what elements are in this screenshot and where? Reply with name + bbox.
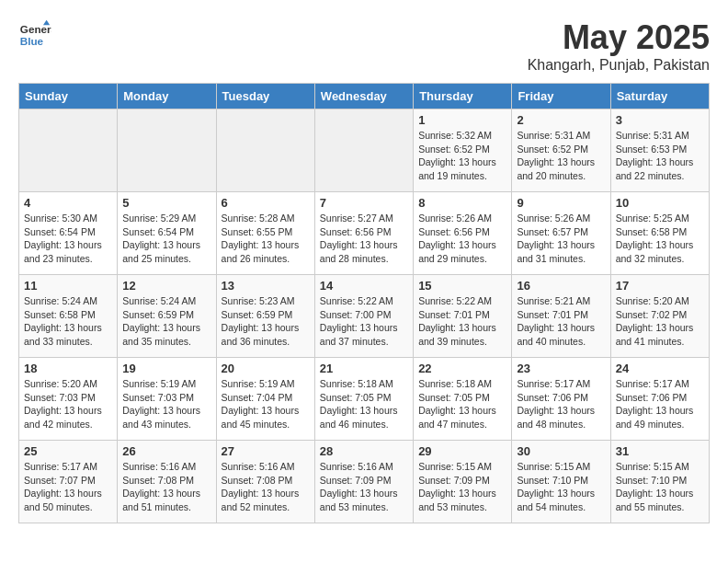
day-number: 12	[122, 279, 210, 293]
day-number: 21	[320, 362, 408, 375]
day-number: 4	[24, 196, 112, 210]
calendar-cell: 10Sunrise: 5:25 AMSunset: 6:58 PMDayligh…	[610, 192, 709, 275]
day-info: Sunrise: 5:25 AMSunset: 6:58 PMDaylight:…	[616, 212, 704, 266]
location: Khangarh, Punjab, Pakistan	[528, 57, 710, 74]
day-info: Sunrise: 5:17 AMSunset: 7:07 PMDaylight:…	[24, 460, 112, 514]
day-number: 31	[616, 444, 704, 458]
dow-header-thursday: Thursday	[414, 84, 512, 109]
day-info: Sunrise: 5:23 AMSunset: 6:59 PMDaylight:…	[222, 294, 310, 349]
calendar-cell: 23Sunrise: 5:17 AMSunset: 7:06 PMDayligh…	[512, 358, 610, 441]
calendar-cell	[216, 109, 314, 192]
calendar-cell	[314, 109, 413, 192]
day-number: 15	[418, 279, 506, 293]
day-info: Sunrise: 5:27 AMSunset: 6:56 PMDaylight:…	[320, 212, 408, 266]
day-info: Sunrise: 5:21 AMSunset: 7:01 PMDaylight:…	[517, 294, 605, 349]
calendar-week-2: 4Sunrise: 5:30 AMSunset: 6:54 PMDaylight…	[19, 192, 710, 275]
calendar-cell: 28Sunrise: 5:16 AMSunset: 7:09 PMDayligh…	[314, 441, 413, 523]
day-number: 26	[122, 444, 210, 458]
calendar-cell: 3Sunrise: 5:31 AMSunset: 6:53 PMDaylight…	[610, 109, 709, 192]
day-info: Sunrise: 5:29 AMSunset: 6:54 PMDaylight:…	[122, 212, 210, 266]
day-number: 20	[222, 362, 310, 375]
dow-header-wednesday: Wednesday	[314, 84, 413, 109]
day-number: 1	[418, 113, 506, 127]
calendar-cell: 9Sunrise: 5:26 AMSunset: 6:57 PMDaylight…	[512, 192, 610, 275]
day-info: Sunrise: 5:20 AMSunset: 7:03 PMDaylight:…	[24, 377, 112, 431]
day-info: Sunrise: 5:28 AMSunset: 6:55 PMDaylight:…	[222, 212, 310, 266]
calendar-cell: 18Sunrise: 5:20 AMSunset: 7:03 PMDayligh…	[19, 358, 118, 441]
day-number: 10	[616, 196, 704, 210]
day-number: 9	[517, 196, 605, 210]
calendar-cell	[118, 109, 216, 192]
day-number: 13	[222, 279, 310, 293]
calendar-cell: 19Sunrise: 5:19 AMSunset: 7:03 PMDayligh…	[118, 358, 216, 441]
day-number: 8	[418, 196, 506, 210]
day-number: 30	[517, 444, 605, 458]
calendar-cell: 15Sunrise: 5:22 AMSunset: 7:01 PMDayligh…	[414, 275, 512, 358]
calendar-week-4: 18Sunrise: 5:20 AMSunset: 7:03 PMDayligh…	[19, 358, 710, 441]
day-number: 2	[517, 113, 605, 127]
day-number: 7	[320, 196, 408, 210]
calendar-cell: 31Sunrise: 5:15 AMSunset: 7:10 PMDayligh…	[610, 441, 709, 523]
day-info: Sunrise: 5:17 AMSunset: 7:06 PMDaylight:…	[616, 377, 704, 431]
calendar-table: SundayMondayTuesdayWednesdayThursdayFrid…	[18, 83, 710, 523]
day-number: 28	[320, 444, 408, 458]
day-number: 14	[320, 279, 408, 293]
day-info: Sunrise: 5:31 AMSunset: 6:53 PMDaylight:…	[616, 129, 704, 183]
day-info: Sunrise: 5:15 AMSunset: 7:10 PMDaylight:…	[616, 460, 704, 514]
calendar-cell: 1Sunrise: 5:32 AMSunset: 6:52 PMDaylight…	[414, 109, 512, 192]
day-info: Sunrise: 5:22 AMSunset: 7:00 PMDaylight:…	[320, 294, 408, 349]
calendar-cell: 22Sunrise: 5:18 AMSunset: 7:05 PMDayligh…	[414, 358, 512, 441]
calendar-cell: 21Sunrise: 5:18 AMSunset: 7:05 PMDayligh…	[314, 358, 413, 441]
calendar-body: 1Sunrise: 5:32 AMSunset: 6:52 PMDaylight…	[19, 109, 710, 523]
day-info: Sunrise: 5:16 AMSunset: 7:08 PMDaylight:…	[122, 460, 210, 514]
calendar-week-5: 25Sunrise: 5:17 AMSunset: 7:07 PMDayligh…	[19, 441, 710, 523]
dow-header-sunday: Sunday	[19, 84, 118, 109]
day-number: 29	[418, 444, 506, 458]
day-number: 25	[24, 444, 112, 458]
calendar-cell: 4Sunrise: 5:30 AMSunset: 6:54 PMDaylight…	[19, 192, 118, 275]
dow-header-friday: Friday	[512, 84, 610, 109]
calendar-cell: 14Sunrise: 5:22 AMSunset: 7:00 PMDayligh…	[314, 275, 413, 358]
calendar-cell: 20Sunrise: 5:19 AMSunset: 7:04 PMDayligh…	[216, 358, 314, 441]
calendar-cell: 13Sunrise: 5:23 AMSunset: 6:59 PMDayligh…	[216, 275, 314, 358]
day-number: 11	[24, 279, 112, 293]
calendar-cell: 26Sunrise: 5:16 AMSunset: 7:08 PMDayligh…	[118, 441, 216, 523]
day-number: 27	[222, 444, 310, 458]
day-info: Sunrise: 5:18 AMSunset: 7:05 PMDaylight:…	[320, 377, 408, 431]
day-number: 22	[418, 362, 506, 375]
days-of-week-header: SundayMondayTuesdayWednesdayThursdayFrid…	[19, 84, 710, 109]
day-number: 3	[616, 113, 704, 127]
day-number: 5	[122, 196, 210, 210]
calendar-cell: 6Sunrise: 5:28 AMSunset: 6:55 PMDaylight…	[216, 192, 314, 275]
calendar-cell: 17Sunrise: 5:20 AMSunset: 7:02 PMDayligh…	[610, 275, 709, 358]
day-info: Sunrise: 5:17 AMSunset: 7:06 PMDaylight:…	[517, 377, 605, 431]
day-number: 6	[222, 196, 310, 210]
day-info: Sunrise: 5:16 AMSunset: 7:09 PMDaylight:…	[320, 460, 408, 514]
calendar-cell: 8Sunrise: 5:26 AMSunset: 6:56 PMDaylight…	[414, 192, 512, 275]
day-info: Sunrise: 5:15 AMSunset: 7:10 PMDaylight:…	[517, 460, 605, 514]
calendar-cell: 7Sunrise: 5:27 AMSunset: 6:56 PMDaylight…	[314, 192, 413, 275]
day-info: Sunrise: 5:19 AMSunset: 7:03 PMDaylight:…	[122, 377, 210, 431]
calendar-cell: 5Sunrise: 5:29 AMSunset: 6:54 PMDaylight…	[118, 192, 216, 275]
day-number: 17	[616, 279, 704, 293]
calendar-cell: 16Sunrise: 5:21 AMSunset: 7:01 PMDayligh…	[512, 275, 610, 358]
day-info: Sunrise: 5:24 AMSunset: 6:58 PMDaylight:…	[24, 294, 112, 349]
day-info: Sunrise: 5:22 AMSunset: 7:01 PMDaylight:…	[418, 294, 506, 349]
calendar-cell: 11Sunrise: 5:24 AMSunset: 6:58 PMDayligh…	[19, 275, 118, 358]
calendar-week-3: 11Sunrise: 5:24 AMSunset: 6:58 PMDayligh…	[19, 275, 710, 358]
calendar-cell: 24Sunrise: 5:17 AMSunset: 7:06 PMDayligh…	[610, 358, 709, 441]
day-info: Sunrise: 5:30 AMSunset: 6:54 PMDaylight:…	[24, 212, 112, 266]
day-info: Sunrise: 5:15 AMSunset: 7:09 PMDaylight:…	[418, 460, 506, 514]
calendar-cell: 12Sunrise: 5:24 AMSunset: 6:59 PMDayligh…	[118, 275, 216, 358]
dow-header-saturday: Saturday	[610, 84, 709, 109]
title-block: May 2025 Khangarh, Punjab, Pakistan	[528, 18, 710, 74]
day-info: Sunrise: 5:31 AMSunset: 6:52 PMDaylight:…	[517, 129, 605, 183]
calendar-cell: 25Sunrise: 5:17 AMSunset: 7:07 PMDayligh…	[19, 441, 118, 523]
page-header: General Blue May 2025 Khangarh, Punjab, …	[18, 18, 710, 74]
day-info: Sunrise: 5:26 AMSunset: 6:57 PMDaylight:…	[517, 212, 605, 266]
dow-header-monday: Monday	[118, 84, 216, 109]
day-info: Sunrise: 5:19 AMSunset: 7:04 PMDaylight:…	[222, 377, 310, 431]
month-year: May 2025	[528, 18, 710, 57]
day-number: 18	[24, 362, 112, 375]
day-info: Sunrise: 5:32 AMSunset: 6:52 PMDaylight:…	[418, 129, 506, 183]
